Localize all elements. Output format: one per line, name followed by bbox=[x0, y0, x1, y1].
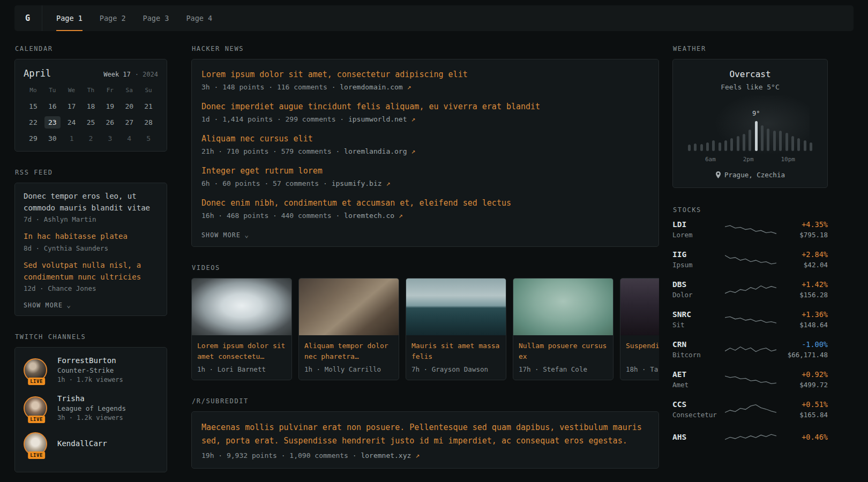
external-link-icon: ↗ bbox=[415, 451, 420, 460]
video-title[interactable]: Aliquam tempor dolor nec pharetra… bbox=[299, 335, 399, 362]
video-thumbnail[interactable] bbox=[513, 278, 613, 335]
hn-item-meta: 3h · 148 points · 116 comments · loremdo… bbox=[201, 83, 649, 91]
twitch-channel-info: Trisha League of Legends 3h · 1.2k viewe… bbox=[57, 394, 126, 421]
twitch-channel-row[interactable]: LIVE KendallCarr bbox=[24, 432, 158, 456]
hn-domain-link[interactable]: ipsumify.biz bbox=[332, 179, 382, 187]
subreddit-post: Maecenas mollis pulvinar erat non posuer… bbox=[201, 421, 649, 460]
stock-row: AET Amet +0.92% $499.72 bbox=[672, 370, 828, 389]
subreddit-section-title: /R/SUBREDDIT bbox=[192, 397, 659, 405]
video-card[interactable]: Nullam posuere cursus ex 17h · Stefan Co… bbox=[513, 278, 613, 380]
video-card[interactable]: Suspendisse diam 18h · Tara bbox=[620, 278, 659, 380]
weather-condition: Overcast bbox=[682, 69, 819, 79]
twitch-channel-row[interactable]: LIVE Trisha League of Legends 3h · 1.2k … bbox=[24, 394, 158, 421]
tab-page-4[interactable]: Page 4 bbox=[186, 5, 212, 31]
twitch-channel-row[interactable]: LIVE ForrestBurton Counter-Strike 1h · 1… bbox=[24, 356, 158, 383]
rss-headline-link[interactable]: In hac habitasse platea bbox=[24, 231, 158, 243]
rss-headline-link[interactable]: Donec tempor eros leo, ut commodo mauris… bbox=[24, 191, 158, 214]
video-card[interactable]: Mauris sit amet massa felis 7h · Grayson… bbox=[406, 278, 506, 380]
twitch-channel-info: KendallCarr bbox=[57, 439, 107, 449]
video-meta: 7h · Grayson Dawson bbox=[406, 362, 506, 380]
calendar-day-next-month: 5 bbox=[140, 132, 156, 145]
hn-meta-stats: 21h · 710 points · 579 comments · bbox=[201, 147, 340, 155]
hn-item-meta: 16h · 468 points · 440 comments · loremt… bbox=[201, 212, 649, 220]
stock-price: $499.72 bbox=[777, 381, 828, 389]
time-label: 6am bbox=[705, 156, 716, 163]
weather-hour-bar bbox=[810, 142, 812, 151]
hn-item: Donec enim nibh, condimentum et accumsan… bbox=[201, 198, 649, 220]
center-column: HACKER NEWS Lorem ipsum dolor sit amet, … bbox=[191, 45, 659, 482]
stock-row: AHS +0.46% bbox=[672, 430, 828, 446]
weather-hour-bar bbox=[694, 144, 697, 151]
tab-page-1[interactable]: Page 1 bbox=[56, 5, 83, 31]
video-title[interactable]: Nullam posuere cursus ex bbox=[513, 335, 613, 362]
hn-item-meta: 21h · 710 points · 579 comments · loreml… bbox=[201, 147, 649, 155]
stock-values: +4.35% $795.18 bbox=[777, 220, 828, 239]
twitch-card: LIVE ForrestBurton Counter-Strike 1h · 1… bbox=[14, 347, 167, 472]
live-badge: LIVE bbox=[28, 416, 45, 423]
stock-values: +0.46% bbox=[777, 433, 828, 443]
stock-row: DBS Dolor +1.42% $156.28 bbox=[672, 280, 828, 299]
video-meta: 18h · Tara bbox=[620, 362, 659, 380]
weather-feels-like: Feels like 5°C bbox=[682, 83, 819, 91]
video-title[interactable]: Suspendisse diam bbox=[620, 335, 659, 362]
weather-hour-bar bbox=[749, 130, 751, 151]
stock-sparkline bbox=[724, 372, 777, 388]
external-link-icon: ↗ bbox=[386, 179, 390, 187]
video-thumbnail[interactable] bbox=[299, 278, 399, 335]
video-title[interactable]: Mauris sit amet massa felis bbox=[406, 335, 506, 362]
weekday-label: Th bbox=[87, 87, 94, 94]
weather-hour-bar bbox=[804, 140, 806, 151]
hn-headline-link[interactable]: Aliquam nec cursus elit bbox=[201, 133, 649, 145]
stock-row: CRN Bitcorn -1.00% $66,171.48 bbox=[672, 340, 828, 359]
external-link-icon: ↗ bbox=[407, 83, 411, 91]
hn-headline-link[interactable]: Integer eget rutrum lorem bbox=[201, 165, 649, 177]
tab-page-3[interactable]: Page 3 bbox=[143, 5, 169, 31]
hn-domain-link[interactable]: loremtech.co bbox=[344, 212, 394, 220]
hn-meta-stats: 16h · 468 points · 440 comments · bbox=[201, 212, 340, 220]
stock-sparkline bbox=[724, 312, 777, 328]
current-temp-label: 9° bbox=[752, 110, 760, 117]
hn-domain-link[interactable]: ipsumworld.net bbox=[348, 115, 407, 123]
calendar-day: 27 bbox=[121, 116, 137, 129]
calendar-day-next-month: 3 bbox=[102, 132, 118, 145]
hn-item-meta: 6h · 60 points · 57 comments · ipsumify.… bbox=[201, 179, 649, 187]
post-domain-link[interactable]: loremnet.xyz bbox=[361, 451, 411, 460]
video-card[interactable]: Lorem ipsum dolor sit amet consectetu… 1… bbox=[191, 278, 292, 380]
stock-sparkline bbox=[724, 430, 777, 446]
video-thumbnail[interactable] bbox=[406, 278, 506, 335]
stock-price: $795.18 bbox=[777, 231, 828, 239]
hn-headline-link[interactable]: Lorem ipsum dolor sit amet, consectetur … bbox=[201, 69, 649, 80]
calendar-grid: Mo Tu We Th Fr Sa Su 15 16 17 18 19 20 2… bbox=[24, 87, 158, 145]
rss-show-more-button[interactable]: SHOW MORE ⌄ bbox=[24, 301, 71, 309]
stock-sparkline bbox=[724, 342, 777, 358]
video-thumbnail[interactable] bbox=[192, 278, 291, 335]
calendar-widget: CALENDAR April Week 17 · 2024 Mo Tu We T… bbox=[14, 45, 167, 152]
tab-page-2[interactable]: Page 2 bbox=[100, 5, 126, 31]
hn-show-more-button[interactable]: SHOW MORE ⌄ bbox=[201, 231, 249, 239]
hn-item: Donec imperdiet augue tincidunt felis al… bbox=[201, 101, 649, 123]
hn-headline-link[interactable]: Donec enim nibh, condimentum et accumsan… bbox=[201, 198, 649, 209]
hn-headline-link[interactable]: Donec imperdiet augue tincidunt felis al… bbox=[201, 101, 649, 112]
rss-headline-link[interactable]: Sed volutpat nulla nisl, a condimentum n… bbox=[24, 260, 158, 283]
hn-domain-link[interactable]: loremlandia.org bbox=[344, 147, 407, 155]
hn-domain-link[interactable]: loremdomain.com bbox=[340, 83, 402, 91]
calendar-day: 19 bbox=[102, 100, 118, 112]
weather-hour-bar bbox=[724, 140, 727, 151]
video-title[interactable]: Lorem ipsum dolor sit amet consectetu… bbox=[192, 335, 291, 362]
stock-change: -1.00% bbox=[777, 340, 828, 349]
weather-hour-bar: 9° bbox=[755, 121, 758, 151]
weather-location-label: Prague, Czechia bbox=[724, 171, 785, 179]
video-card[interactable]: Aliquam tempor dolor nec pharetra… 1h · … bbox=[298, 278, 399, 380]
calendar-day-selected: 23 bbox=[44, 116, 61, 129]
stocks-widget: STOCKS LDI Lorem +4.35% $795.18 IIG Ipsu… bbox=[672, 205, 828, 446]
hackernews-section-title: HACKER NEWS bbox=[192, 45, 659, 52]
rss-section-title: RSS FEED bbox=[15, 169, 167, 176]
rss-item-meta: 8d · Cynthia Saunders bbox=[24, 244, 158, 252]
post-headline-link[interactable]: Maecenas mollis pulvinar erat non posuer… bbox=[201, 421, 649, 448]
calendar-day: 18 bbox=[83, 100, 99, 112]
weather-hour-bar bbox=[773, 131, 776, 151]
video-thumbnail[interactable] bbox=[620, 278, 659, 335]
stock-symbol: SNRC bbox=[672, 310, 724, 319]
calendar-day: 26 bbox=[102, 116, 118, 129]
stock-row: CCS Consectetur +0.51% $165.84 bbox=[672, 400, 828, 419]
